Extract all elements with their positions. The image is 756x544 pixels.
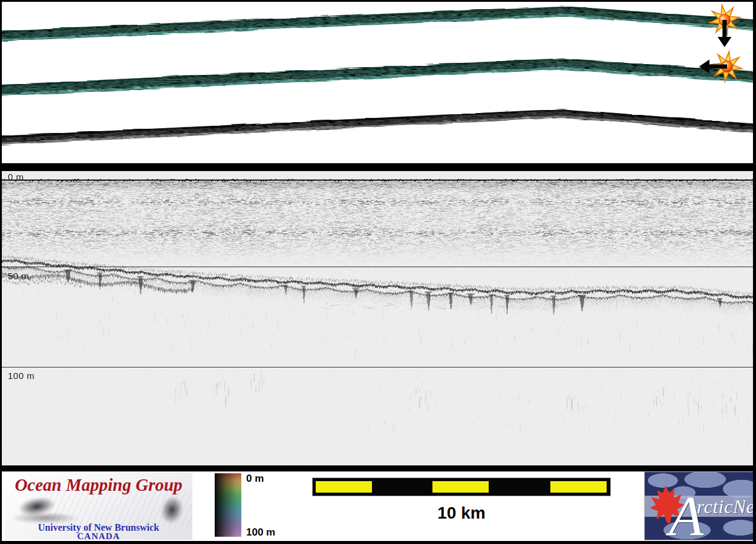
footer-panel: Ocean Mapping Group University of New Br…: [2, 471, 753, 541]
survey-figure-page: 0 m 50 m 100 m Ocean Mapping Group Unive…: [0, 0, 756, 544]
omg-logo: Ocean Mapping Group University of New Br…: [5, 473, 192, 540]
arcticnet-logo: A rcticNet: [645, 472, 753, 540]
map-scale-bar: [313, 478, 610, 496]
depth-label-50m: 50 m: [8, 271, 29, 281]
arcticnet-name: rcticNet: [697, 497, 753, 516]
depth-label-100m: 100 m: [8, 371, 34, 381]
colorbar-top-label: 0 m: [246, 473, 264, 485]
depth-colorbar: [215, 473, 241, 537]
omg-title: Ocean Mapping Group: [5, 475, 192, 495]
scale-bar-label: 10 km: [313, 504, 610, 523]
subbottom-profile-panel: 0 m 50 m 100 m: [2, 171, 753, 465]
subbottom-profile-image: [2, 171, 753, 465]
trackline-map: [2, 2, 753, 163]
trackline-strips: [2, 7, 753, 141]
scale-bar-segment: [550, 481, 607, 493]
scale-bar-segment: [316, 481, 372, 493]
trackline-map-panel: [2, 2, 753, 163]
omg-country-line: CANADA: [5, 531, 192, 540]
colorbar-bottom-label: 100 m: [246, 526, 275, 539]
scale-bar-segment: [432, 481, 489, 493]
depth-label-0m: 0 m: [8, 172, 24, 182]
